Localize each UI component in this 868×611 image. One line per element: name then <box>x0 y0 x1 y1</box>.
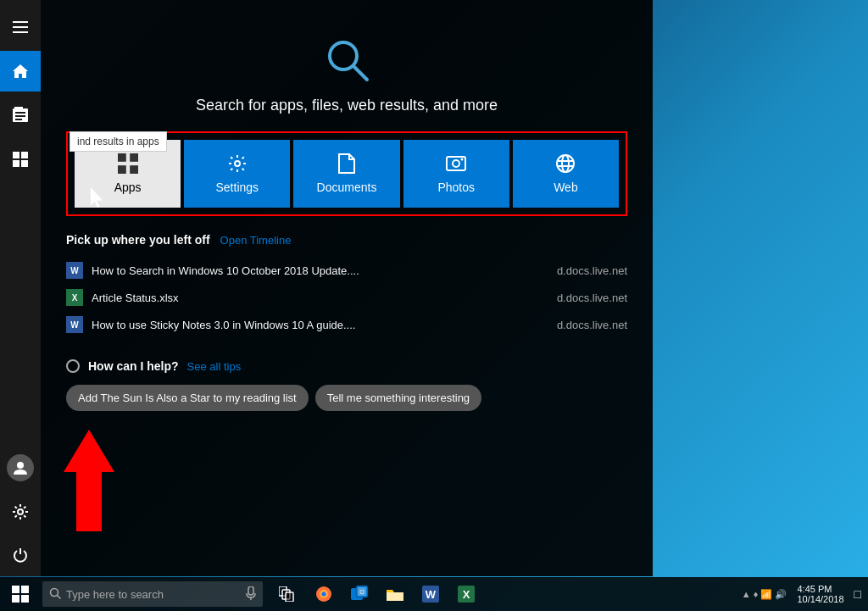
help-header: How can I help? See all tips <box>66 359 627 373</box>
search-title: Search for apps, files, web results, and… <box>196 97 498 114</box>
category-buttons: Apps Settings <box>75 140 619 208</box>
svg-rect-6 <box>15 112 25 114</box>
help-section: How can I help? See all tips Add The Sun… <box>66 359 627 411</box>
svg-point-26 <box>557 155 574 172</box>
taskbar-task-view[interactable] <box>271 577 305 611</box>
svg-rect-10 <box>21 152 28 158</box>
notification-icon[interactable]: □ <box>854 587 861 601</box>
svg-point-13 <box>17 462 24 469</box>
taskbar-word[interactable]: W <box>414 577 448 611</box>
svg-line-16 <box>353 66 367 80</box>
system-icons: ▲ ♦ 📶 🔊 <box>742 589 787 600</box>
svg-rect-34 <box>21 595 29 603</box>
open-timeline-link[interactable]: Open Timeline <box>220 234 292 247</box>
taskbar: Type here to search <box>0 577 868 611</box>
svg-line-36 <box>58 595 61 598</box>
svg-rect-33 <box>12 595 19 603</box>
sidebar <box>0 0 41 576</box>
start-menu: Search for apps, files, web results, and… <box>0 0 653 576</box>
svg-rect-18 <box>130 153 138 162</box>
svg-text:X: X <box>463 588 470 601</box>
sidebar-documents[interactable] <box>0 95 41 136</box>
svg-text:O: O <box>359 589 364 595</box>
svg-rect-8 <box>15 119 22 120</box>
excel-icon: X <box>66 289 83 306</box>
taskbar-file-explorer[interactable] <box>378 577 412 611</box>
svg-rect-7 <box>15 115 25 117</box>
svg-rect-12 <box>21 160 28 167</box>
help-chips: Add The Sun Is Also a Star to my reading… <box>66 385 627 411</box>
recent-item-source: d.docs.live.net <box>557 319 627 331</box>
web-button[interactable]: Web <box>513 140 619 208</box>
cortana-icon <box>66 359 80 373</box>
word-icon: W <box>66 262 83 279</box>
recent-item[interactable]: X Article Status.xlsx d.docs.live.net <box>66 284 627 311</box>
documents-button[interactable]: Documents <box>293 140 399 208</box>
recent-item-source: d.docs.live.net <box>557 264 627 277</box>
documents-label: Documents <box>317 181 377 194</box>
svg-rect-11 <box>13 160 19 167</box>
sidebar-power[interactable] <box>0 536 41 576</box>
settings-button[interactable]: Settings <box>184 140 290 208</box>
svg-point-22 <box>235 161 240 166</box>
chip-interesting[interactable]: Tell me something interesting <box>315 385 481 411</box>
sidebar-grid[interactable] <box>0 139 41 180</box>
taskbar-excel[interactable]: X <box>449 577 483 611</box>
recent-item[interactable]: W How to Search in Windows 10 October 20… <box>66 257 627 284</box>
svg-point-44 <box>322 592 326 597</box>
recent-section-title: Pick up where you left off <box>66 233 210 247</box>
svg-point-27 <box>562 155 569 172</box>
photos-label: Photos <box>437 181 475 194</box>
word-icon: W <box>66 316 83 333</box>
taskbar-search-placeholder: Type here to search <box>66 588 241 601</box>
apps-button[interactable]: Apps <box>75 140 181 208</box>
apps-label: Apps <box>114 181 142 194</box>
recent-item[interactable]: W How to use Sticky Notes 3.0 in Windows… <box>66 311 627 338</box>
recent-section-header: Pick up where you left off Open Timeline <box>66 233 627 247</box>
svg-rect-20 <box>130 165 138 174</box>
photos-button[interactable]: Photos <box>403 140 509 208</box>
taskbar-apps: O W X <box>271 577 483 611</box>
see-all-tips-link[interactable]: See all tips <box>187 360 242 373</box>
taskbar-outlook[interactable]: O <box>342 577 376 611</box>
sidebar-home[interactable] <box>0 51 41 92</box>
svg-rect-37 <box>248 586 253 595</box>
start-button[interactable] <box>0 577 41 611</box>
svg-rect-19 <box>118 165 126 174</box>
svg-point-14 <box>18 509 23 514</box>
recent-item-name: Article Status.xlsx <box>92 292 548 304</box>
svg-rect-2 <box>13 31 28 33</box>
taskbar-search-box[interactable]: Type here to search <box>42 581 263 607</box>
svg-rect-31 <box>12 586 19 593</box>
recent-item-name: How to use Sticky Notes 3.0 in Windows 1… <box>92 319 548 331</box>
settings-label: Settings <box>216 181 259 194</box>
microphone-icon <box>246 586 256 603</box>
recent-item-source: d.docs.live.net <box>557 292 627 304</box>
web-label: Web <box>554 181 578 194</box>
svg-rect-17 <box>118 153 126 162</box>
main-content: Search for apps, files, web results, and… <box>41 0 653 576</box>
svg-marker-3 <box>13 64 28 78</box>
svg-rect-4 <box>14 107 23 108</box>
search-icon-large <box>321 34 372 88</box>
svg-rect-41 <box>286 592 293 602</box>
recent-items-list: W How to Search in Windows 10 October 20… <box>66 257 627 338</box>
svg-rect-1 <box>13 26 28 28</box>
category-buttons-wrapper: ind results in apps Apps <box>66 131 627 216</box>
svg-marker-21 <box>91 187 103 208</box>
sidebar-avatar[interactable] <box>0 447 41 488</box>
taskbar-firefox[interactable] <box>307 577 341 611</box>
chip-reading-list[interactable]: Add The Sun Is Also a Star to my reading… <box>66 385 309 411</box>
recent-section: Pick up where you left off Open Timeline… <box>66 233 627 338</box>
sidebar-hamburger[interactable] <box>0 7 41 47</box>
sidebar-settings[interactable] <box>0 492 41 532</box>
taskbar-search-icon <box>49 587 61 602</box>
svg-point-24 <box>453 160 459 167</box>
svg-rect-32 <box>21 586 29 593</box>
clock: 4:45 PM10/14/2018 <box>797 584 843 604</box>
svg-point-25 <box>461 158 464 161</box>
avatar <box>7 454 34 481</box>
taskbar-system-tray: ▲ ♦ 📶 🔊 4:45 PM10/14/2018 □ <box>742 584 868 604</box>
svg-rect-9 <box>13 152 19 158</box>
help-title: How can I help? <box>88 359 179 373</box>
